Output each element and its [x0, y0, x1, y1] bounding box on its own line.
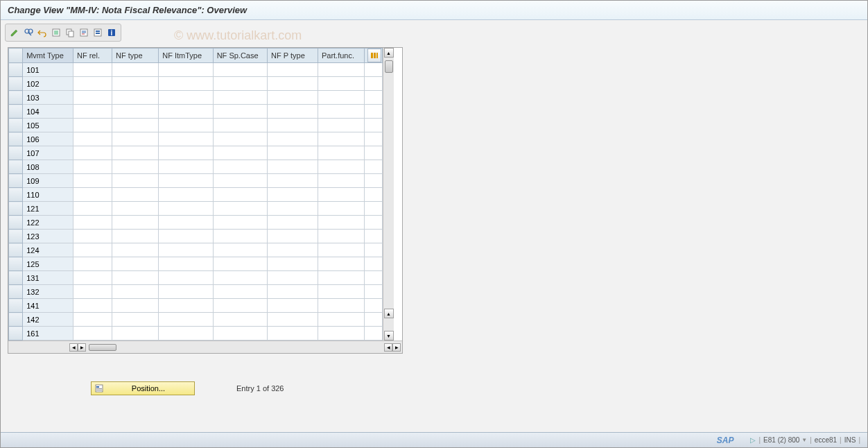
dropdown-icon[interactable]: ▼: [801, 437, 807, 443]
cell-blank[interactable]: [365, 77, 383, 91]
cell-blank[interactable]: [365, 132, 383, 146]
cell-nfsp[interactable]: [213, 132, 267, 146]
cell-blank[interactable]: [365, 230, 383, 243]
cell-part[interactable]: [318, 174, 364, 188]
cell-part[interactable]: [318, 132, 364, 146]
cell-mvmt[interactable]: 142: [23, 313, 73, 327]
row-selector[interactable]: [9, 271, 23, 285]
cell-nfrel[interactable]: [73, 63, 112, 77]
cell-nftype[interactable]: [112, 313, 159, 327]
status-triangle-icon[interactable]: ▷: [750, 436, 756, 444]
cell-mvmt[interactable]: 110: [23, 188, 73, 202]
row-selector[interactable]: [9, 299, 23, 313]
cell-nftype[interactable]: [112, 327, 159, 341]
row-selector[interactable]: [9, 257, 23, 271]
scroll-left-end-icon[interactable]: ◀: [384, 343, 392, 352]
delete-icon[interactable]: [78, 26, 90, 39]
cell-nfitm[interactable]: [159, 160, 213, 174]
row-selector[interactable]: [9, 160, 23, 174]
cell-blank[interactable]: [365, 202, 383, 216]
cell-nfp[interactable]: [268, 63, 318, 77]
table-row[interactable]: 125: [9, 257, 383, 271]
cell-part[interactable]: [318, 119, 364, 132]
table-row[interactable]: 124: [9, 243, 383, 257]
cell-nfitm[interactable]: [159, 132, 213, 146]
cell-nftype[interactable]: [112, 271, 159, 285]
scroll-left-icon[interactable]: ◀: [69, 343, 78, 352]
cell-nfp[interactable]: [268, 188, 318, 202]
cell-nfitm[interactable]: [159, 243, 213, 257]
cell-blank[interactable]: [365, 63, 383, 77]
cell-nftype[interactable]: [112, 202, 159, 216]
cell-part[interactable]: [318, 299, 364, 313]
cell-nfp[interactable]: [268, 132, 318, 146]
cell-nfp[interactable]: [268, 327, 318, 341]
cell-blank[interactable]: [365, 216, 383, 230]
cell-mvmt[interactable]: 131: [23, 271, 73, 285]
cell-nfitm[interactable]: [159, 230, 213, 243]
cell-nfrel[interactable]: [73, 271, 112, 285]
table-row[interactable]: 141: [9, 299, 383, 313]
cell-nfitm[interactable]: [159, 105, 213, 119]
row-selector[interactable]: [9, 230, 23, 243]
info-icon[interactable]: i: [105, 26, 118, 39]
cell-nfrel[interactable]: [73, 202, 112, 216]
cell-nfsp[interactable]: [213, 91, 267, 105]
cell-mvmt[interactable]: 101: [23, 63, 73, 77]
cell-part[interactable]: [318, 230, 364, 243]
cell-part[interactable]: [318, 63, 364, 77]
cell-nftype[interactable]: [112, 174, 159, 188]
cell-nfsp[interactable]: [213, 216, 267, 230]
cell-nftype[interactable]: [112, 160, 159, 174]
table-config-button[interactable]: [365, 49, 383, 63]
cell-nfp[interactable]: [268, 91, 318, 105]
cell-blank[interactable]: [365, 243, 383, 257]
cell-nfp[interactable]: [268, 230, 318, 243]
cell-nfrel[interactable]: [73, 257, 112, 271]
cell-nfitm[interactable]: [159, 77, 213, 91]
cell-mvmt[interactable]: 141: [23, 299, 73, 313]
cell-part[interactable]: [318, 271, 364, 285]
cell-nfp[interactable]: [268, 271, 318, 285]
cell-nfitm[interactable]: [159, 216, 213, 230]
table-row[interactable]: 109: [9, 174, 383, 188]
cell-mvmt[interactable]: 132: [23, 285, 73, 299]
table-settings-icon[interactable]: [367, 49, 381, 62]
horizontal-scrollbar[interactable]: ◀ ▶ ◀ ▶: [8, 341, 402, 353]
cell-blank[interactable]: [365, 91, 383, 105]
cell-nfitm[interactable]: [159, 202, 213, 216]
cell-nftype[interactable]: [112, 230, 159, 243]
table-row[interactable]: 131: [9, 271, 383, 285]
hscroll-thumb[interactable]: [89, 344, 116, 351]
column-header-nftype[interactable]: NF type: [112, 49, 159, 63]
cell-nfrel[interactable]: [73, 243, 112, 257]
cell-mvmt[interactable]: 121: [23, 202, 73, 216]
cell-nfsp[interactable]: [213, 119, 267, 132]
cell-nftype[interactable]: [112, 105, 159, 119]
cell-nfp[interactable]: [268, 77, 318, 91]
cell-nfp[interactable]: [268, 174, 318, 188]
cell-nfsp[interactable]: [213, 271, 267, 285]
cell-part[interactable]: [318, 188, 364, 202]
cell-part[interactable]: [318, 327, 364, 341]
edit-icon[interactable]: [8, 26, 21, 39]
new-entries-icon[interactable]: [50, 26, 62, 39]
cell-blank[interactable]: [365, 313, 383, 327]
column-header-part[interactable]: Part.func.: [318, 49, 364, 63]
cell-nfsp[interactable]: [213, 77, 267, 91]
cell-nfsp[interactable]: [213, 299, 267, 313]
cell-nfrel[interactable]: [73, 174, 112, 188]
cell-mvmt[interactable]: 105: [23, 119, 73, 132]
cell-nfitm[interactable]: [159, 271, 213, 285]
scroll-up-icon[interactable]: ▲: [384, 48, 394, 58]
cell-nfp[interactable]: [268, 243, 318, 257]
cell-nfitm[interactable]: [159, 313, 213, 327]
cell-part[interactable]: [318, 105, 364, 119]
cell-nfitm[interactable]: [159, 257, 213, 271]
scroll-down-icon[interactable]: ▲: [384, 309, 394, 318]
cell-part[interactable]: [318, 257, 364, 271]
cell-nfsp[interactable]: [213, 285, 267, 299]
cell-nftype[interactable]: [112, 63, 159, 77]
cell-nfsp[interactable]: [213, 202, 267, 216]
column-header-nfp[interactable]: NF P type: [268, 49, 318, 63]
